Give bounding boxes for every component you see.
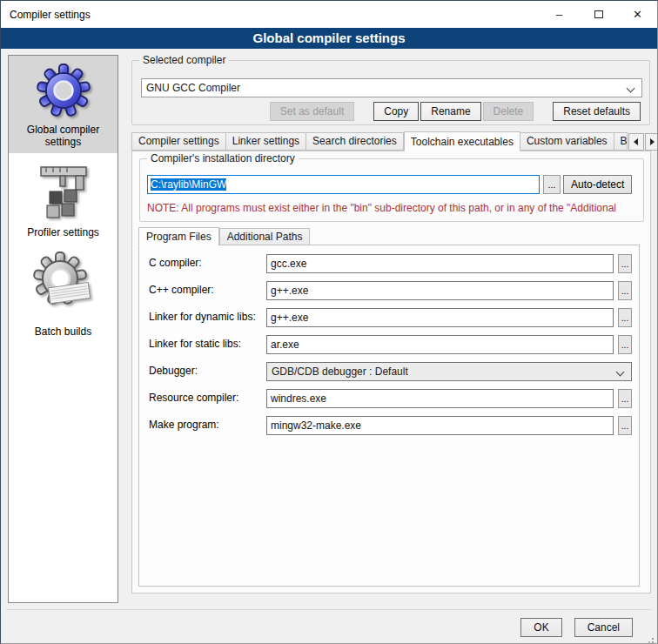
delete-button[interactable]: Delete <box>483 102 534 121</box>
resize-grip-icon[interactable] <box>652 638 654 640</box>
dynamic-linker-input[interactable] <box>266 308 614 327</box>
group-label: Compiler's installation directory <box>147 152 299 164</box>
footer-separator <box>6 609 652 610</box>
resource-compiler-input[interactable] <box>266 389 614 408</box>
toolchain-executables-page: Compiler's installation directory C:\ray… <box>131 151 651 594</box>
sidebar-item-label: Batch builds <box>11 325 115 338</box>
cpp-compiler-input[interactable] <box>266 281 614 300</box>
bin-subdirectory-note: NOTE: All programs must exist either in … <box>147 202 640 214</box>
gray-gear-papers-icon <box>32 251 95 320</box>
selected-path-text: C:\raylib\MinGW <box>151 178 226 191</box>
sidebar-item-profiler-settings[interactable]: Profiler settings <box>9 153 118 244</box>
ok-button[interactable]: OK <box>520 618 561 637</box>
rename-button[interactable]: Rename <box>420 102 480 121</box>
debugger-select-value: GDB/CDB debugger : Default <box>272 366 408 378</box>
field-label: Make program: <box>149 416 266 431</box>
reset-defaults-button[interactable]: Reset defaults <box>553 102 641 121</box>
compiler-select-value: GNU GCC Compiler <box>146 82 240 94</box>
auto-detect-button[interactable]: Auto-detect <box>563 175 632 194</box>
make-program-input[interactable] <box>266 416 614 435</box>
maximize-button[interactable] <box>579 1 618 28</box>
field-label: Linker for dynamic libs: <box>149 308 266 323</box>
close-icon: ✕ <box>633 8 642 21</box>
sidebar-item-label: Profiler settings <box>11 226 115 238</box>
selected-compiler-group: Selected compiler GNU GCC Compiler Set a… <box>131 60 650 125</box>
installation-directory-input[interactable]: C:\raylib\MinGW <box>147 175 540 194</box>
c-compiler-input[interactable] <box>266 254 614 273</box>
form-row-make-program: Make program: ... <box>149 416 639 435</box>
tab-compiler-settings[interactable]: Compiler settings <box>131 132 226 151</box>
field-label: Resource compiler: <box>149 389 266 404</box>
group-label: Selected compiler <box>139 54 229 66</box>
copy-button[interactable]: Copy <box>373 102 419 121</box>
settings-tabstrip: Compiler settings Linker settings Search… <box>131 131 651 151</box>
field-label: Linker for static libs: <box>149 335 266 350</box>
debugger-select[interactable]: GDB/CDB debugger : Default <box>266 362 632 381</box>
chevron-down-icon <box>616 368 625 377</box>
compiler-buttons-row: Set as default Copy Rename Delete Reset … <box>141 102 641 121</box>
tab-scroll-right-button[interactable] <box>645 133 658 151</box>
tab-additional-paths[interactable]: Additional Paths <box>219 228 311 245</box>
field-label: C++ compiler: <box>149 281 266 296</box>
tab-linker-settings[interactable]: Linker settings <box>226 132 306 151</box>
installation-directory-row: C:\raylib\MinGW ... Auto-detect <box>147 175 632 194</box>
browse-cpp-compiler-button[interactable]: ... <box>618 281 632 300</box>
close-button[interactable]: ✕ <box>618 1 657 28</box>
sidebar-item-label: Global compiler settings <box>11 124 115 148</box>
minimize-button[interactable]: – <box>540 1 579 28</box>
window-title: Compiler settings <box>1 9 91 21</box>
tab-scroll-arrows <box>628 133 658 151</box>
field-label: Debugger: <box>149 362 266 377</box>
field-label: C compiler: <box>149 254 266 269</box>
static-linker-input[interactable] <box>266 335 614 354</box>
footer-buttons: OK Cancel <box>520 618 633 637</box>
form-row-static-linker: Linker for static libs: ... <box>149 335 639 354</box>
arrow-left-icon <box>630 138 638 145</box>
page-title: Global compiler settings <box>1 28 657 49</box>
compiler-settings-dialog: Compiler settings – ✕ Global compiler se… <box>0 0 658 644</box>
tab-search-directories[interactable]: Search directories <box>306 132 404 151</box>
browse-resource-compiler-button[interactable]: ... <box>618 389 632 408</box>
browse-static-linker-button[interactable]: ... <box>618 335 632 354</box>
tab-build-options[interactable]: Build options <box>614 132 628 151</box>
browse-directory-button[interactable]: ... <box>543 175 561 194</box>
form-row-c-compiler: C compiler: ... <box>149 254 639 273</box>
window-controls: – ✕ <box>540 1 657 28</box>
maximize-icon <box>594 10 603 18</box>
sidebar-item-global-compiler-settings[interactable]: Global compiler settings <box>9 56 118 153</box>
browse-dynamic-linker-button[interactable]: ... <box>618 308 632 327</box>
chevron-down-icon <box>627 84 635 93</box>
sidebar-item-batch-builds[interactable]: Batch builds <box>9 244 118 343</box>
compiler-select[interactable]: GNU GCC Compiler <box>141 78 642 97</box>
cancel-button[interactable]: Cancel <box>574 618 633 637</box>
settings-sidebar: Global compiler settings <box>8 55 118 603</box>
minimize-icon: – <box>556 8 562 21</box>
tab-custom-variables[interactable]: Custom variables <box>520 132 614 151</box>
form-row-dynamic-linker: Linker for dynamic libs: ... <box>149 308 639 327</box>
program-files-tabstrip: Program Files Additional Paths <box>138 226 310 245</box>
form-row-cpp-compiler: C++ compiler: ... <box>149 281 639 300</box>
blue-gear-icon <box>36 63 91 118</box>
program-files-page: C compiler: ... C++ compiler: ... Linker… <box>138 245 640 587</box>
form-row-resource-compiler: Resource compiler: ... <box>149 389 639 408</box>
titlebar: Compiler settings – ✕ <box>1 1 657 28</box>
browse-c-compiler-button[interactable]: ... <box>618 254 632 273</box>
tab-toolchain-executables[interactable]: Toolchain executables <box>404 131 520 151</box>
tab-scroll-left-button[interactable] <box>628 133 644 151</box>
caliper-icon <box>36 160 91 221</box>
set-as-default-button[interactable]: Set as default <box>270 102 354 121</box>
tab-program-files[interactable]: Program Files <box>138 227 219 246</box>
arrow-right-icon <box>650 138 658 145</box>
form-row-debugger: Debugger: GDB/CDB debugger : Default <box>149 362 639 381</box>
browse-make-program-button[interactable]: ... <box>618 416 632 435</box>
installation-directory-group: Compiler's installation directory C:\ray… <box>139 158 644 222</box>
